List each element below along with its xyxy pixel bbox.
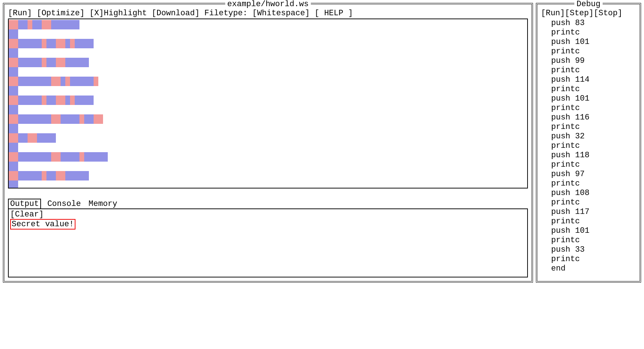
space-token bbox=[56, 58, 65, 67]
code-line bbox=[9, 105, 527, 114]
tab-token bbox=[9, 162, 18, 171]
space-token bbox=[65, 77, 70, 86]
help-button[interactable]: [ HELP ] bbox=[315, 9, 353, 18]
code-line bbox=[9, 67, 527, 77]
highlight-label: Highlight bbox=[104, 9, 147, 18]
debug-op: push 117 bbox=[551, 207, 636, 217]
space-token bbox=[79, 152, 84, 162]
code-line bbox=[9, 58, 527, 67]
space-token bbox=[42, 20, 51, 29]
code-line bbox=[9, 96, 527, 105]
code-area[interactable] bbox=[8, 19, 528, 188]
code-line bbox=[9, 143, 527, 152]
debug-ops-list: push 83printcpush 101printcpush 99printc… bbox=[541, 18, 636, 274]
tab-token bbox=[46, 171, 56, 180]
filetype-select[interactable]: [Whitespace] bbox=[252, 9, 309, 18]
code-line bbox=[9, 171, 527, 180]
space-token bbox=[56, 39, 65, 48]
tab-token bbox=[18, 58, 42, 67]
debug-stop-button[interactable]: [Stop] bbox=[594, 9, 622, 18]
debug-step-button[interactable]: [Step] bbox=[565, 9, 594, 18]
debug-op: printc bbox=[551, 122, 636, 132]
tab-token bbox=[18, 152, 51, 162]
highlight-checkbox[interactable]: [X] bbox=[89, 9, 104, 18]
debug-op: push 114 bbox=[551, 75, 636, 85]
space-token bbox=[9, 152, 18, 162]
tab-token bbox=[46, 58, 56, 67]
space-token bbox=[28, 20, 32, 29]
code-line bbox=[9, 48, 527, 58]
debug-op: push 101 bbox=[551, 226, 636, 236]
run-button[interactable]: [Run] bbox=[8, 9, 32, 18]
tab-token bbox=[65, 96, 70, 105]
output-panel: [Clear] Secret value! bbox=[8, 208, 528, 277]
space-token bbox=[9, 58, 18, 67]
debug-title: Debug bbox=[574, 0, 603, 9]
tab-token bbox=[9, 48, 18, 58]
main-toolbar: [Run] [Optimize] [X]Highlight [Download]… bbox=[8, 7, 528, 19]
space-token bbox=[9, 77, 18, 86]
tab-token bbox=[32, 20, 42, 29]
tab-token bbox=[9, 124, 18, 133]
debug-op: printc bbox=[551, 160, 636, 170]
space-token bbox=[51, 77, 61, 86]
code-line bbox=[9, 77, 527, 86]
debug-op: push 101 bbox=[551, 37, 636, 47]
debug-op: printc bbox=[551, 66, 636, 75]
tab-memory[interactable]: Memory bbox=[87, 199, 119, 208]
tab-token bbox=[61, 77, 65, 86]
space-token bbox=[70, 96, 75, 105]
space-token bbox=[94, 77, 98, 86]
clear-button[interactable]: [Clear] bbox=[10, 210, 44, 219]
tab-token bbox=[70, 77, 94, 86]
debug-run-button[interactable]: [Run] bbox=[541, 9, 565, 18]
debug-op: push 83 bbox=[551, 19, 636, 28]
tab-token bbox=[84, 152, 108, 162]
space-token bbox=[94, 114, 103, 124]
space-token bbox=[9, 20, 18, 29]
tab-token bbox=[61, 114, 79, 124]
debug-title-text: Debug bbox=[577, 0, 600, 9]
debug-op: printc bbox=[551, 217, 636, 226]
tab-token bbox=[9, 29, 18, 39]
debug-op: printc bbox=[551, 198, 636, 207]
debug-op: printc bbox=[551, 47, 636, 56]
debug-op: end bbox=[551, 264, 636, 273]
tab-token bbox=[18, 39, 42, 48]
space-token bbox=[42, 96, 46, 105]
space-token bbox=[9, 39, 18, 48]
main-panel: example/hworld.ws [Run] [Optimize] [X]Hi… bbox=[3, 3, 533, 283]
tab-token bbox=[18, 133, 28, 143]
debug-op: printc bbox=[551, 236, 636, 245]
tab-token bbox=[18, 96, 42, 105]
code-line bbox=[9, 39, 527, 48]
space-token bbox=[9, 96, 18, 105]
debug-op: push 118 bbox=[551, 151, 636, 160]
debug-op: printc bbox=[551, 104, 636, 113]
app-root: example/hworld.ws [Run] [Optimize] [X]Hi… bbox=[0, 0, 644, 285]
download-button[interactable]: [Download] bbox=[152, 9, 200, 18]
tab-token bbox=[18, 114, 51, 124]
debug-op: push 116 bbox=[551, 113, 636, 122]
main-title: example/hworld.ws bbox=[225, 0, 311, 9]
optimize-button[interactable]: [Optimize] bbox=[37, 9, 85, 18]
tab-token bbox=[51, 20, 79, 29]
tab-token bbox=[46, 39, 56, 48]
tab-token bbox=[61, 152, 79, 162]
main-title-text: example/hworld.ws bbox=[227, 0, 308, 9]
tab-console[interactable]: Console bbox=[46, 199, 82, 208]
debug-op: printc bbox=[551, 179, 636, 188]
tab-token bbox=[84, 114, 94, 124]
tab-output[interactable]: Output bbox=[8, 199, 41, 208]
space-token bbox=[9, 171, 18, 180]
space-token bbox=[42, 58, 46, 67]
debug-op: push 97 bbox=[551, 170, 636, 179]
debug-op: push 101 bbox=[551, 94, 636, 104]
tab-token bbox=[9, 67, 18, 77]
space-token bbox=[56, 171, 65, 180]
debug-op: push 99 bbox=[551, 56, 636, 66]
tab-token bbox=[9, 86, 18, 96]
output-tabs: Output Console Memory bbox=[8, 199, 528, 208]
code-line bbox=[9, 152, 527, 162]
code-line bbox=[9, 86, 527, 96]
